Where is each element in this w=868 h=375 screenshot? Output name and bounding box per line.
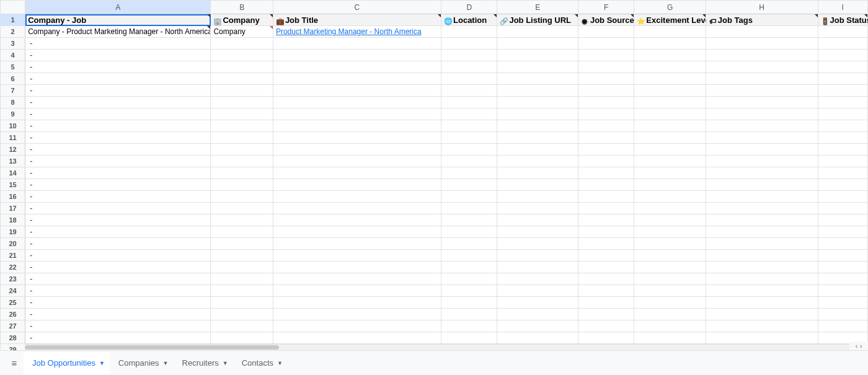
cell-C24[interactable] <box>273 285 441 297</box>
row-header-19[interactable]: 19 <box>1 226 25 238</box>
cell-I14[interactable] <box>818 167 867 179</box>
column-header-D[interactable]: D <box>441 1 497 14</box>
cell-D27[interactable] <box>441 320 497 332</box>
cell-D28[interactable] <box>441 332 497 344</box>
cell-I2[interactable] <box>818 26 867 38</box>
sheet-tab-recruiters[interactable]: Recruiters ▼ <box>174 352 233 374</box>
cell-D26[interactable] <box>441 309 497 320</box>
column-header-G[interactable]: G <box>634 1 706 14</box>
cell-G2[interactable] <box>634 26 706 38</box>
cell-B27[interactable] <box>211 320 273 332</box>
cell-I13[interactable] <box>818 156 867 167</box>
cell-A24[interactable]: - <box>25 285 211 297</box>
cell-B26[interactable] <box>211 309 273 320</box>
header-cell-C[interactable]: 💼Job Title <box>273 14 441 26</box>
cell-D5[interactable] <box>441 61 497 73</box>
cell-A18[interactable]: - <box>25 214 211 226</box>
row-header-14[interactable]: 14 <box>1 167 25 179</box>
cell-note-marker[interactable] <box>702 14 706 17</box>
cell-D3[interactable] <box>441 38 497 50</box>
cell-H24[interactable] <box>706 285 818 297</box>
cell-F8[interactable] <box>578 97 634 108</box>
cell-I6[interactable] <box>818 73 867 85</box>
cell-F20[interactable] <box>578 238 634 250</box>
cell-H4[interactable] <box>706 50 818 61</box>
header-cell-D[interactable]: 🌐Location <box>441 14 497 26</box>
cell-H22[interactable] <box>706 262 818 273</box>
cell-I9[interactable] <box>818 108 867 120</box>
cell-A15[interactable]: - <box>25 179 211 191</box>
cell-D2[interactable] <box>441 26 497 38</box>
cell-H26[interactable] <box>706 309 818 320</box>
cell-B10[interactable] <box>211 120 273 132</box>
cell-A12[interactable]: - <box>25 144 211 156</box>
cell-I22[interactable] <box>818 262 867 273</box>
cell-F17[interactable] <box>578 203 634 214</box>
cell-B5[interactable] <box>211 61 273 73</box>
cell-A10[interactable]: - <box>25 120 211 132</box>
cell-I7[interactable] <box>818 85 867 97</box>
tab-dropdown-icon[interactable]: ▼ <box>99 360 105 366</box>
sheet-tab-contacts[interactable]: Contacts ▼ <box>233 352 288 374</box>
cell-I20[interactable] <box>818 238 867 250</box>
cell-F3[interactable] <box>578 38 634 50</box>
cell-C5[interactable] <box>273 61 441 73</box>
cell-C3[interactable] <box>273 38 441 50</box>
cell-F13[interactable] <box>578 156 634 167</box>
cell-D15[interactable] <box>441 179 497 191</box>
cell-H13[interactable] <box>706 156 818 167</box>
cell-H20[interactable] <box>706 238 818 250</box>
cell-H14[interactable] <box>706 167 818 179</box>
column-header-H[interactable]: H <box>706 1 818 14</box>
cell-I21[interactable] <box>818 250 867 262</box>
cell-D19[interactable] <box>441 226 497 238</box>
cell-G20[interactable] <box>634 238 706 250</box>
cell-C2[interactable]: Product Marketing Manager - North Americ… <box>273 26 441 38</box>
row-header-17[interactable]: 17 <box>1 203 25 214</box>
cell-H17[interactable] <box>706 203 818 214</box>
row-header-3[interactable]: 3 <box>1 38 25 50</box>
cell-G13[interactable] <box>634 156 706 167</box>
scroll-right-icon[interactable]: › <box>860 343 862 350</box>
cell-note-marker[interactable] <box>270 14 273 17</box>
cell-I25[interactable] <box>818 297 867 309</box>
cell-C15[interactable] <box>273 179 441 191</box>
row-header-28[interactable]: 28 <box>1 332 25 344</box>
cell-B20[interactable] <box>211 238 273 250</box>
cell-F21[interactable] <box>578 250 634 262</box>
cell-A13[interactable]: - <box>25 156 211 167</box>
cell-B23[interactable] <box>211 273 273 285</box>
cell-C20[interactable] <box>273 238 441 250</box>
cell-H12[interactable] <box>706 144 818 156</box>
cell-A19[interactable]: - <box>25 226 211 238</box>
cell-F22[interactable] <box>578 262 634 273</box>
row-header-25[interactable]: 25 <box>1 297 25 309</box>
cell-C12[interactable] <box>273 144 441 156</box>
cell-F6[interactable] <box>578 73 634 85</box>
cell-A17[interactable]: - <box>25 203 211 214</box>
cell-A6[interactable]: - <box>25 73 211 85</box>
cell-F2[interactable] <box>578 26 634 38</box>
cell-G8[interactable] <box>634 97 706 108</box>
header-cell-I[interactable]: 🚦Job Status <box>818 14 867 26</box>
cell-B18[interactable] <box>211 214 273 226</box>
cell-C17[interactable] <box>273 203 441 214</box>
cell-I27[interactable] <box>818 320 867 332</box>
cell-C22[interactable] <box>273 262 441 273</box>
cell-G18[interactable] <box>634 214 706 226</box>
cell-G4[interactable] <box>634 50 706 61</box>
cell-I26[interactable] <box>818 309 867 320</box>
cell-D6[interactable] <box>441 73 497 85</box>
spreadsheet-grid[interactable]: ABCDEFGHI 1Company - Job🏢Company💼Job Tit… <box>0 0 868 350</box>
cell-C23[interactable] <box>273 273 441 285</box>
cell-E26[interactable] <box>497 309 578 320</box>
cell-E2[interactable] <box>497 26 578 38</box>
cell-E8[interactable] <box>497 97 578 108</box>
cell-E27[interactable] <box>497 320 578 332</box>
cell-E11[interactable] <box>497 132 578 144</box>
cell-H2[interactable] <box>706 26 818 38</box>
cell-H6[interactable] <box>706 73 818 85</box>
cell-E7[interactable] <box>497 85 578 97</box>
cell-B2[interactable]: Company <box>211 26 273 38</box>
cell-D11[interactable] <box>441 132 497 144</box>
